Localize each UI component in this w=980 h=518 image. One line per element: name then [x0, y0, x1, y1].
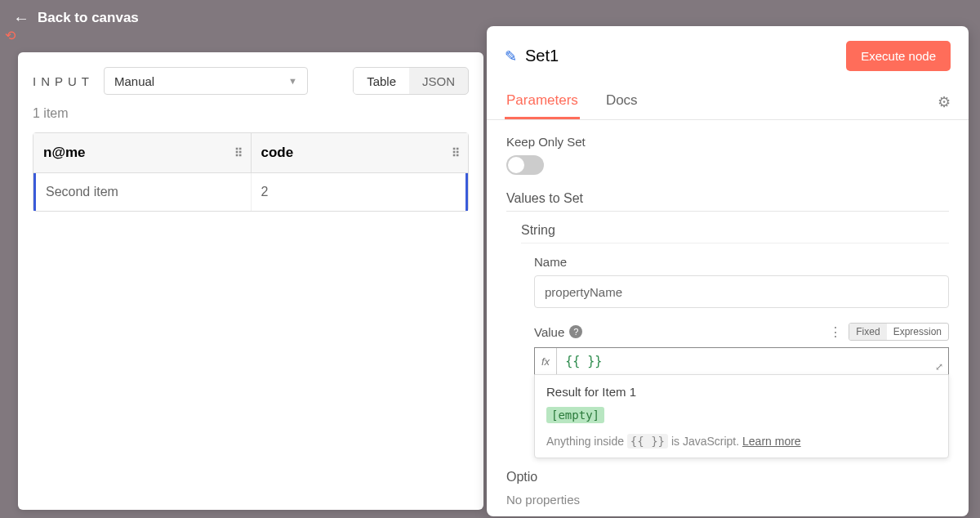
value-label: Value [534, 325, 564, 339]
no-properties-text: No properties [506, 493, 949, 507]
input-mode-value: Manual [114, 74, 154, 88]
column-header[interactable]: code ⠿ [252, 133, 469, 172]
node-editor-panel: ✎ Set1 Execute node Parameters Docs ⚙ Ke… [487, 26, 969, 516]
json-view-button[interactable]: JSON [409, 68, 468, 94]
name-label: Name [534, 255, 949, 269]
learn-more-link[interactable]: Learn more [742, 435, 801, 448]
input-heading: INPUT [33, 74, 94, 88]
logo-icon: ⟲ [5, 28, 16, 43]
edit-icon[interactable]: ✎ [505, 47, 517, 65]
option-label: Optio [506, 470, 949, 485]
expand-icon[interactable]: ⤢ [935, 361, 943, 373]
node-title: Set1 [525, 47, 559, 65]
drag-icon[interactable]: ⠿ [234, 146, 241, 159]
table-view-button[interactable]: Table [354, 68, 409, 94]
execute-node-button[interactable]: Execute node [846, 41, 951, 71]
keep-only-set-label: Keep Only Set [506, 135, 949, 149]
input-table: n@me ⠿ code ⠿ Second item 2 [33, 132, 469, 212]
cell: 2 [252, 173, 466, 211]
back-to-canvas-link[interactable]: ← Back to canvas [13, 9, 139, 28]
cell: Second item [36, 173, 252, 211]
back-label: Back to canvas [38, 10, 139, 26]
expression-result-popup: Result for Item 1 [empty] Anything insid… [534, 374, 949, 458]
view-toggle: Table JSON [353, 67, 469, 95]
result-value: [empty] [546, 407, 604, 423]
tab-parameters[interactable]: Parameters [505, 84, 580, 119]
keep-only-set-toggle[interactable] [506, 155, 544, 175]
help-icon[interactable]: ? [569, 325, 582, 338]
chevron-down-icon: ▼ [288, 76, 297, 86]
fixed-mode-button[interactable]: Fixed [849, 324, 886, 340]
table-row[interactable]: Second item 2 [33, 173, 468, 211]
result-title: Result for Item 1 [546, 385, 937, 399]
input-mode-select[interactable]: Manual ▼ [104, 67, 308, 95]
name-input[interactable] [534, 275, 949, 308]
drag-icon[interactable]: ⠿ [452, 146, 458, 159]
expression-hint: Anything inside {{ }} is JavaScript. Lea… [546, 435, 937, 448]
item-count: 1 item [33, 106, 469, 121]
toggle-knob [508, 157, 524, 173]
column-header[interactable]: n@me ⠿ [33, 133, 252, 172]
fx-icon: fx [535, 348, 557, 374]
expression-input[interactable]: fx {{ }} ⤢ [534, 347, 949, 375]
expression-text: {{ }} [557, 354, 610, 368]
options-menu-icon[interactable]: ⋮ [829, 324, 842, 340]
back-arrow-icon: ← [13, 9, 29, 28]
tab-docs[interactable]: Docs [604, 84, 639, 119]
input-panel: INPUT Manual ▼ Table JSON 1 item n@me ⠿ … [18, 52, 483, 510]
gear-icon[interactable]: ⚙ [938, 93, 951, 111]
string-section-label: String [521, 223, 949, 243]
expression-mode-button[interactable]: Expression [887, 324, 948, 340]
values-to-set-label: Values to Set [506, 191, 949, 212]
